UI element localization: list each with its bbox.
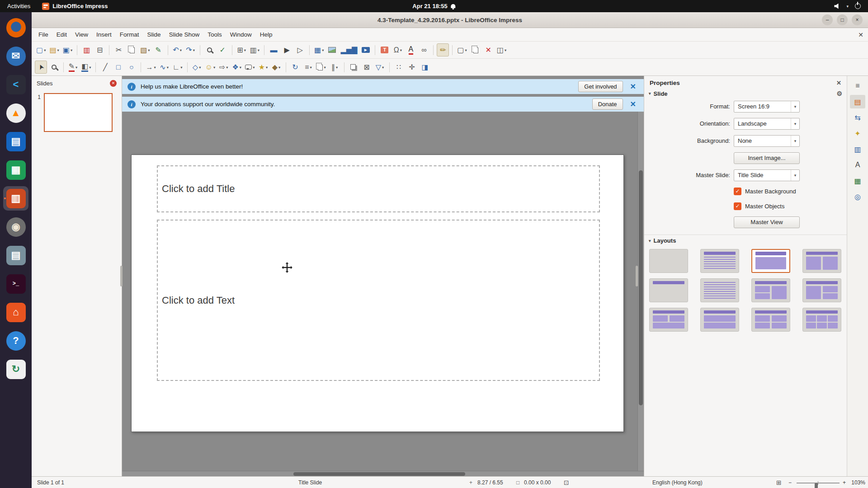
export-pdf-button[interactable]: ▥ <box>80 43 93 56</box>
format-select[interactable]: Screen 16:9 ▾ <box>734 101 800 113</box>
zoom-slider[interactable] <box>797 483 840 483</box>
redo-button[interactable]: ↷▾ <box>184 43 197 56</box>
close-button[interactable]: × <box>852 14 863 25</box>
layout-option-title-slide[interactable] <box>700 249 739 273</box>
get-involved-button[interactable]: Get involved <box>578 81 623 92</box>
clone-formatting-button[interactable]: ✎ <box>152 43 165 56</box>
orientation-select[interactable]: Landscape ▾ <box>734 118 800 130</box>
layout-option-title-content-and-2-content[interactable] <box>802 278 841 302</box>
menu-slide[interactable]: Slide <box>143 29 165 40</box>
slide-list-item[interactable]: 1 <box>32 90 122 135</box>
layout-option-title-only[interactable] <box>649 278 688 302</box>
horizontal-scrollbar[interactable] <box>122 471 644 476</box>
system-tray-menu[interactable]: ▾ <box>834 3 868 9</box>
sidebar-tab-gallery[interactable]: ▦ <box>850 174 865 188</box>
content-placeholder[interactable]: Click to add Text <box>157 220 600 381</box>
background-select[interactable]: None ▾ <box>734 135 800 147</box>
new-slide-button[interactable]: ▢▾ <box>456 43 468 56</box>
edit-points-button[interactable]: ∷ <box>393 61 405 74</box>
copy-button[interactable] <box>126 43 138 56</box>
dock-item-libreoffice-impress[interactable]: ▥ <box>3 186 28 211</box>
focused-app-menu[interactable]: LibreOffice Impress <box>42 3 108 10</box>
undo-button[interactable]: ↶▾ <box>171 43 184 56</box>
dock-item-libreoffice-writer[interactable]: ▤ <box>3 129 28 154</box>
sidebar-tab-styles[interactable]: A <box>850 158 865 172</box>
insert-table-button[interactable]: ▦▾ <box>313 43 325 56</box>
zoom-level[interactable]: 103% <box>851 479 865 486</box>
toggle-extrusion-button[interactable]: ◨ <box>419 61 431 74</box>
rectangle-button[interactable]: □ <box>112 61 124 74</box>
master-objects-checkbox[interactable]: ✓ <box>734 202 741 210</box>
display-views-button[interactable]: ▥▾ <box>249 43 261 56</box>
text-language[interactable]: English (Hong Kong) <box>652 479 703 486</box>
dock-item-gimp[interactable]: ◉ <box>3 215 28 239</box>
basic-shapes-button[interactable]: ◇▾ <box>191 61 203 74</box>
properties-close-button[interactable]: ✕ <box>836 80 841 86</box>
fill-color-button[interactable]: ◧▾ <box>80 61 92 74</box>
infobar-close-icon[interactable]: ✕ <box>628 100 638 108</box>
fit-slide-icon[interactable]: ⊡ <box>564 479 569 486</box>
layout-option-title-4-content[interactable] <box>751 308 790 332</box>
menu-view[interactable]: View <box>71 29 92 40</box>
ellipse-button[interactable]: ○ <box>125 61 137 74</box>
dock-item-show-applications[interactable] <box>3 461 28 485</box>
save-file-button[interactable]: ▣▾ <box>61 43 74 56</box>
delete-slide-button[interactable]: ✕ <box>482 43 495 56</box>
image-filter-button[interactable]: ▽▾ <box>374 61 386 74</box>
line-color-button[interactable]: ✎▾ <box>67 61 79 74</box>
menu-tools[interactable]: Tools <box>203 29 226 40</box>
layout-option-title-content-over-content[interactable] <box>700 308 739 332</box>
sidebar-pane-splitter[interactable] <box>636 266 638 286</box>
insert-line-button[interactable]: ╱ <box>99 61 111 74</box>
titlebar[interactable]: 4.3-Template_4.29.2016.pptx - LibreOffic… <box>32 12 868 28</box>
start-from-current-slide-button[interactable]: ▷ <box>294 43 306 56</box>
zoom-out-button[interactable]: − <box>788 479 792 486</box>
vertical-scrollbar-thumb[interactable] <box>639 170 643 405</box>
master-view-button[interactable]: Master View <box>734 216 800 228</box>
dock-item-ubuntu-software[interactable]: ⌂ <box>3 300 28 324</box>
layout-option-centered-text[interactable] <box>700 278 739 302</box>
more-options-gear-icon[interactable]: ⚙ <box>836 90 842 97</box>
select-button[interactable]: ➤ <box>35 61 47 74</box>
slide-thumbnail[interactable] <box>44 93 113 132</box>
show-draw-functions-button[interactable]: ✏ <box>437 43 449 56</box>
menu-file[interactable]: File <box>34 29 52 40</box>
slide-viewport[interactable]: Click to add Title Click to add Text <box>122 112 637 471</box>
donate-button[interactable]: Donate <box>592 99 623 110</box>
dock-item-libreoffice-calc[interactable]: ▦ <box>3 158 28 182</box>
symbol-shapes-button[interactable]: ☺▾ <box>204 61 217 74</box>
zoom-pan-button[interactable] <box>48 61 60 74</box>
slide-canvas[interactable]: Click to add Title Click to add Text <box>131 155 624 432</box>
menu-insert[interactable]: Insert <box>92 29 116 40</box>
master-background-checkbox[interactable]: ✓ <box>734 188 741 195</box>
duplicate-slide-button[interactable] <box>469 43 481 56</box>
spelling-button[interactable]: ✓ <box>217 43 229 56</box>
dock-item-terminal[interactable]: >_ <box>3 272 28 296</box>
connectors-button[interactable]: ∟▾ <box>171 61 184 74</box>
master-slide-select[interactable]: Title Slide ▾ <box>734 169 800 181</box>
zoom-slider-thumb[interactable] <box>815 483 818 488</box>
zoom-in-button[interactable]: + <box>843 479 846 486</box>
start-from-first-slide-button[interactable]: ▶ <box>281 43 293 56</box>
flowchart-shapes-button[interactable]: ❖▾ <box>231 61 243 74</box>
new-presentation-button[interactable]: ▢▾ <box>35 43 47 56</box>
slides-panel-close-button[interactable]: ✕ <box>110 80 117 87</box>
menu-format[interactable]: Format <box>116 29 143 40</box>
insert-hyperlink-button[interactable]: ∞ <box>418 43 430 56</box>
sidebar-tab-navigator[interactable]: ◎ <box>850 190 865 203</box>
dock-item-firefox[interactable] <box>3 15 28 40</box>
close-document-button[interactable]: ✕ <box>858 31 863 38</box>
master-slide-button[interactable]: ▬ <box>268 43 280 56</box>
zoom-fit-page-icon[interactable]: ⊞ <box>776 479 782 486</box>
layout-option-title-6-content[interactable] <box>802 308 841 332</box>
3d-objects-button[interactable]: ◆▾ <box>270 61 283 74</box>
layout-option-title-2-content-over-content[interactable] <box>649 308 688 332</box>
glue-points-button[interactable]: ✛ <box>406 61 418 74</box>
print-button[interactable]: ⊟ <box>94 43 106 56</box>
display-grid-button[interactable]: ⊞▾ <box>236 43 248 56</box>
sidebar-tab-master-slides[interactable]: ▥ <box>850 142 865 156</box>
align-objects-button[interactable]: ≡▾ <box>302 61 315 74</box>
title-placeholder[interactable]: Click to add Title <box>157 165 600 212</box>
sidebar-tab-sidebar-settings[interactable]: ≡ <box>850 79 865 93</box>
vertical-scrollbar[interactable] <box>637 112 644 471</box>
